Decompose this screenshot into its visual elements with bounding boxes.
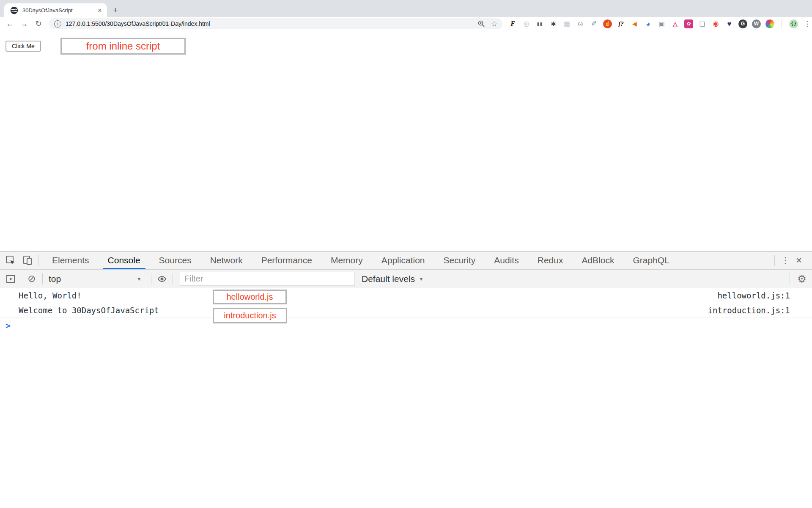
source-link[interactable]: helloworld.js:1 xyxy=(717,291,790,300)
color-wheel-extension-icon[interactable] xyxy=(765,19,774,28)
tab-adblock[interactable]: AdBlock xyxy=(572,251,623,269)
italic-f-extension-icon[interactable]: F xyxy=(508,19,517,28)
stop-hand-extension-icon[interactable]: ☝ xyxy=(603,19,612,28)
devtools-divider xyxy=(42,273,43,284)
inspect-element-icon[interactable] xyxy=(4,254,17,267)
console-filter-input[interactable] xyxy=(180,272,355,286)
clear-console-icon[interactable]: ⊘ xyxy=(25,273,38,285)
annotation-introduction-label: introduction.js xyxy=(213,308,287,323)
inline-script-box: from inline script xyxy=(60,38,186,55)
tab-graphql[interactable]: GraphQL xyxy=(623,251,678,269)
tab-redux[interactable]: Redux xyxy=(528,251,573,269)
console-prompt[interactable]: > xyxy=(0,318,812,333)
tab-application[interactable]: Application xyxy=(372,251,434,269)
site-favicon-icon xyxy=(10,6,18,14)
zoom-icon[interactable] xyxy=(477,20,485,28)
bug-extension-icon[interactable]: ✱ xyxy=(549,19,558,28)
tab-elements[interactable]: Elements xyxy=(43,251,99,269)
eyedropper-extension-icon[interactable]: ✐ xyxy=(590,19,598,28)
nav-toolbar: ← → ↻ i 127.0.0.1:5500/30DaysOfJavaScrip… xyxy=(0,17,812,30)
execution-context-value: top xyxy=(49,274,61,284)
tab-audits[interactable]: Audits xyxy=(485,251,528,269)
f-question-extension-icon[interactable]: f? xyxy=(617,19,625,28)
tab-strip: 30DaysOfJavaScript × + xyxy=(0,0,812,17)
log-levels-select[interactable]: Default levels ▼ xyxy=(362,274,424,284)
pink-triangle-extension-icon[interactable]: △ xyxy=(671,19,680,28)
annotation-helloworld-label: helloworld.js xyxy=(213,290,287,304)
camera-extension-icon[interactable]: ▣ xyxy=(657,19,666,28)
bookmark-star-icon[interactable]: ☆ xyxy=(491,19,497,28)
reload-icon[interactable]: ↻ xyxy=(31,19,46,28)
console-sidebar-toggle-icon[interactable] xyxy=(4,273,17,285)
execution-context-select[interactable]: top ▼ xyxy=(47,274,147,284)
console-message-text: Welcome to 30DaysOfJavaScript xyxy=(19,306,159,315)
devtools-close-icon[interactable]: × xyxy=(792,254,806,266)
tab-console[interactable]: Console xyxy=(99,251,150,269)
devtools-divider xyxy=(173,273,173,284)
browser-menu-icon[interactable]: ⋮ xyxy=(802,19,812,28)
tab-security[interactable]: Security xyxy=(434,251,485,269)
source-link[interactable]: introduction.js:1 xyxy=(708,306,790,315)
devtools-divider xyxy=(38,255,38,266)
back-icon[interactable]: ← xyxy=(3,19,17,28)
devtools-divider xyxy=(790,273,790,284)
blue-swirl-extension-icon[interactable]: ◕ xyxy=(644,19,653,28)
page-content: Click Me from inline script xyxy=(0,30,812,251)
parentheses-extension-icon[interactable]: (-) xyxy=(576,19,585,28)
browser-tab[interactable]: 30DaysOfJavaScript × xyxy=(4,3,107,17)
chevron-down-icon: ▼ xyxy=(137,276,147,282)
click-me-button[interactable]: Click Me xyxy=(5,41,41,52)
console-messages: Hello, World! helloworld.js:1 Welcome to… xyxy=(0,288,812,333)
browser-window: 30DaysOfJavaScript × + ← → ↻ i 127.0.0.1… xyxy=(0,0,812,508)
red-ring-extension-icon[interactable]: ◉ xyxy=(711,19,720,28)
tab-performance[interactable]: Performance xyxy=(252,251,321,269)
forward-icon[interactable]: → xyxy=(17,19,31,28)
tab-network[interactable]: Network xyxy=(201,251,252,269)
pink-gear-extension-icon[interactable]: ✿ xyxy=(684,19,693,28)
extensions-row: F ◎ ▮▮ ✱ ▦ (-) ✐ ☝ f? ◀ ◕ ▣ △ ✿ ❏ ◉ ♥ G … xyxy=(508,19,798,28)
console-message-row: Welcome to 30DaysOfJavaScript introducti… xyxy=(0,303,812,318)
log-levels-value: Default levels xyxy=(362,274,415,284)
devtools-menu-icon[interactable]: ⋮ xyxy=(779,255,792,265)
chevron-down-icon: ▼ xyxy=(419,276,424,282)
device-toolbar-icon[interactable] xyxy=(21,254,34,267)
console-toolbar: ⊘ top ▼ Default levels ▼ ⚙ xyxy=(0,270,812,288)
toolbar-divider xyxy=(782,19,782,28)
address-bar[interactable]: i 127.0.0.1:5500/30DaysOfJavaScript/01-D… xyxy=(49,18,502,29)
console-settings-gear-icon[interactable]: ⚙ xyxy=(794,273,809,285)
tab-memory[interactable]: Memory xyxy=(321,251,372,269)
w-circle-extension-icon[interactable]: W xyxy=(752,19,761,28)
devtools-tab-bar: Elements Console Sources Network Perform… xyxy=(0,251,812,270)
prompt-chevron-icon: > xyxy=(5,320,11,331)
heart-magnifier-extension-icon[interactable]: ♥ xyxy=(725,19,734,28)
grid-disabled-extension-icon[interactable]: ▦ xyxy=(562,19,571,28)
atom-extension-icon[interactable]: ◎ xyxy=(522,19,531,28)
tab-sources[interactable]: Sources xyxy=(150,251,201,269)
tab-title: 30DaysOfJavaScript xyxy=(22,7,97,14)
g-circle-extension-icon[interactable]: G xyxy=(738,19,747,28)
new-tab-button[interactable]: + xyxy=(109,4,122,17)
page-info-icon[interactable]: i xyxy=(54,20,61,28)
devtools-divider xyxy=(151,273,151,284)
live-expression-eye-icon[interactable] xyxy=(156,273,168,285)
url-text[interactable]: 127.0.0.1:5500/30DaysOfJavaScript/01-Day… xyxy=(66,20,472,27)
megaphone-extension-icon[interactable]: ◀ xyxy=(630,19,639,28)
devtools-tabbar-right: ⋮ × xyxy=(770,254,812,266)
devtools-divider xyxy=(774,255,775,266)
console-message-text: Hello, World! xyxy=(19,291,82,300)
columns-extension-icon[interactable]: ▮▮ xyxy=(535,19,544,28)
overlap-squares-extension-icon[interactable]: ❏ xyxy=(698,19,707,28)
braces-badge-extension-icon[interactable]: { } xyxy=(789,19,798,28)
console-message-row: Hello, World! helloworld.js:1 xyxy=(0,288,812,303)
tab-close-icon[interactable]: × xyxy=(97,7,103,14)
devtools-panel: Elements Console Sources Network Perform… xyxy=(0,251,812,508)
